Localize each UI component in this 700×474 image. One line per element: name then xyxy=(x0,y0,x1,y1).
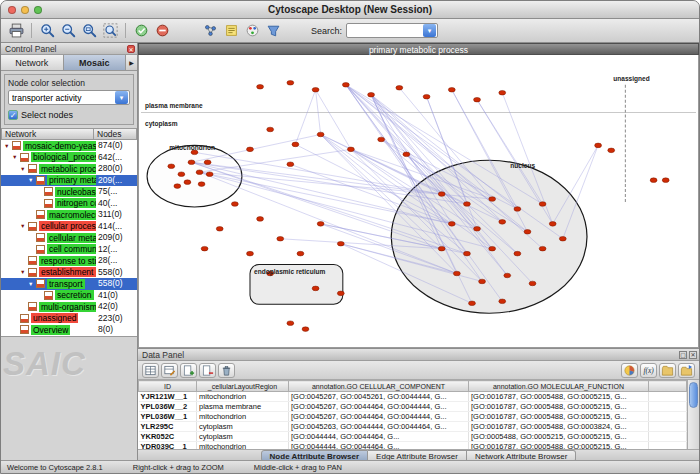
column-header[interactable]: annotation.GO CELLULAR_COMPONENT xyxy=(289,381,469,392)
network-node[interactable] xyxy=(499,299,506,304)
table-row[interactable]: YLR295Ccytoplasm[GO:0045263, GO:0044444,… xyxy=(139,422,687,432)
network-node[interactable] xyxy=(650,178,657,183)
expand-arrow-icon[interactable]: ▼ xyxy=(12,154,20,160)
search-input[interactable] xyxy=(347,26,423,36)
table-scrollbar-thumb[interactable] xyxy=(689,382,698,408)
expand-arrow-icon[interactable]: ▼ xyxy=(20,269,28,275)
expand-arrow-icon[interactable]: ▼ xyxy=(28,281,36,287)
network-node[interactable] xyxy=(403,152,410,157)
network-node[interactable] xyxy=(514,207,521,212)
network-node[interactable] xyxy=(178,172,185,177)
annotation-icon[interactable] xyxy=(221,21,241,41)
table-cell[interactable]: [GO:0016787, GO:0005488, GO:0003824, G..… xyxy=(469,422,649,432)
control-panel-close-icon[interactable]: ✕ xyxy=(127,45,135,53)
tree-row[interactable]: ▼cellular process414(... xyxy=(1,221,137,233)
tree-row[interactable]: secretion41(0) xyxy=(1,290,137,302)
function-builder-icon[interactable]: f(x) xyxy=(640,363,657,378)
tree-row[interactable]: response to stimul...28(... xyxy=(1,255,137,267)
tree-header-network[interactable]: Network xyxy=(1,128,94,140)
zoom-window-icon[interactable] xyxy=(34,6,42,14)
network-node[interactable] xyxy=(438,246,445,251)
network-node[interactable] xyxy=(396,85,403,90)
network-node[interactable] xyxy=(368,92,375,97)
table-cell[interactable]: YKR052C xyxy=(139,432,197,442)
table-row[interactable]: YPL036W__2plasma membrane[GO:0045267, GO… xyxy=(139,402,687,412)
network-node[interactable] xyxy=(267,127,274,132)
network-node[interactable] xyxy=(337,241,344,246)
table-cell[interactable]: YLR295C xyxy=(139,422,197,432)
table-cell[interactable]: [GO:0045267, GO:0045261, GO:0044444, G..… xyxy=(289,392,469,402)
table-cell[interactable]: [GO:0005488, GO:0005215, GO:0005215, G..… xyxy=(469,432,649,442)
table-cell[interactable]: plasma membrane xyxy=(197,402,289,412)
clear-table-icon[interactable] xyxy=(218,363,235,378)
attribute-delete-icon[interactable] xyxy=(199,363,216,378)
table-cell[interactable]: [GO:0045263, GO:0044444, GO:0044464, G..… xyxy=(289,422,469,432)
filter-icon[interactable] xyxy=(263,21,283,41)
dropdown-arrow-icon[interactable]: ▾ xyxy=(115,91,128,104)
network-node[interactable] xyxy=(287,81,294,86)
zoom-selected-icon[interactable] xyxy=(79,21,99,41)
network-node[interactable] xyxy=(514,251,521,256)
network-node[interactable] xyxy=(317,132,324,137)
table-row[interactable]: YPL036W__1mitochondrion[GO:0045267, GO:0… xyxy=(139,412,687,422)
network-node[interactable] xyxy=(608,148,615,153)
expand-arrow-icon[interactable]: ▼ xyxy=(20,223,28,229)
tree-row[interactable]: ▼mosaic-demo-yeast874(0) xyxy=(1,140,137,152)
network-node[interactable] xyxy=(174,184,181,189)
network-node[interactable] xyxy=(549,222,556,227)
network-node[interactable] xyxy=(423,94,430,99)
table-row[interactable]: YJR121W__1mitochondrion[GO:0045267, GO:0… xyxy=(139,392,687,402)
print-icon[interactable] xyxy=(6,21,26,41)
table-cell[interactable]: cytoplasm xyxy=(197,432,289,442)
network-node[interactable] xyxy=(474,227,481,232)
network-node[interactable] xyxy=(469,301,476,306)
tree-row[interactable]: multi-organism pro...42(0) xyxy=(1,301,137,313)
network-node[interactable] xyxy=(499,90,506,95)
network-node[interactable] xyxy=(524,230,531,235)
tree-row[interactable]: cellular metabo...209(0) xyxy=(1,232,137,244)
select-nodes-checkbox[interactable]: ✓ xyxy=(8,110,18,120)
network-node[interactable] xyxy=(347,147,354,152)
tree-row[interactable]: macromolecule...311(0) xyxy=(1,209,137,221)
attribute-select-icon[interactable] xyxy=(142,363,159,378)
tree-row[interactable]: ▼transport558(0) xyxy=(1,278,137,290)
table-cell[interactable]: [GO:0045267, GO:0044464, GO:0044444, G..… xyxy=(289,412,469,422)
network-node[interactable] xyxy=(257,217,264,222)
column-header[interactable]: _cellularLayoutRegion xyxy=(197,381,289,392)
new-network-from-selection-icon[interactable] xyxy=(200,21,220,41)
network-node[interactable] xyxy=(247,251,254,256)
expand-arrow-icon[interactable]: ▼ xyxy=(20,166,28,172)
vizmapper-icon[interactable] xyxy=(242,21,262,41)
table-cell[interactable]: YPL036W__1 xyxy=(139,412,197,422)
tree-row[interactable]: unassigned223(0) xyxy=(1,313,137,325)
network-node[interactable] xyxy=(448,222,455,227)
node-color-dropdown[interactable]: transporter activity ▾ xyxy=(8,90,130,105)
tree-row[interactable]: nucleobase...75(... xyxy=(1,186,137,198)
network-node[interactable] xyxy=(216,227,223,232)
network-node[interactable] xyxy=(297,251,304,256)
import-table-icon[interactable] xyxy=(659,363,676,378)
export-table-icon[interactable] xyxy=(678,363,695,378)
hide-selected-icon[interactable] xyxy=(152,21,172,41)
tree-header-nodes[interactable]: Nodes xyxy=(94,128,137,140)
column-header[interactable]: ID xyxy=(139,381,197,392)
network-node[interactable] xyxy=(206,172,213,177)
network-node[interactable] xyxy=(312,286,319,291)
network-node[interactable] xyxy=(499,220,506,225)
tab-network[interactable]: Network xyxy=(1,55,64,70)
network-node[interactable] xyxy=(662,178,669,183)
zoom-fit-icon[interactable] xyxy=(100,21,120,41)
table-cell[interactable]: [GO:0016787, GO:0005488, GO:0005215, G..… xyxy=(469,392,649,402)
network-node[interactable] xyxy=(247,147,254,152)
close-window-icon[interactable] xyxy=(8,6,16,14)
network-node[interactable] xyxy=(302,327,309,332)
attribute-modify-icon[interactable] xyxy=(161,363,178,378)
attribute-create-icon[interactable] xyxy=(180,363,197,378)
network-node[interactable] xyxy=(201,246,208,251)
table-row[interactable]: YKR052Ccytoplasm[GO:0044444, GO:0044464,… xyxy=(139,432,687,442)
network-node[interactable] xyxy=(337,291,344,296)
network-node[interactable] xyxy=(559,236,566,241)
search-dropdown-icon[interactable]: ▾ xyxy=(423,24,436,37)
network-node[interactable] xyxy=(198,182,205,187)
network-node[interactable] xyxy=(277,236,284,241)
